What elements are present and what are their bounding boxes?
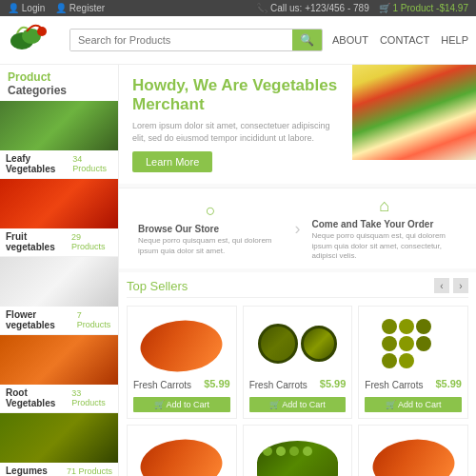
category-count: 29 Products (71, 232, 112, 251)
search-button[interactable]: 🔍 (292, 30, 322, 50)
sidebar-category-item[interactable]: Leafy Vegetables 34 Products (0, 101, 118, 179)
nav-about[interactable]: ABOUT (332, 34, 368, 46)
nav-help[interactable]: HELP (441, 34, 468, 46)
cart-summary[interactable]: 🛒 1 Product -$14.97 (379, 3, 468, 13)
section-header: Top Sellers ‹ › (127, 278, 468, 298)
svg-point-2 (37, 27, 47, 36)
top-bar: 👤 Login 👤 Register 📞 Call us: +123/456 -… (0, 0, 476, 16)
category-image (0, 257, 118, 307)
sidebar-title: Product Categories (0, 65, 118, 101)
product-price: $5.99 (204, 378, 230, 389)
search-bar: 🔍 (69, 29, 323, 51)
product-name: Fresh Carrots (133, 380, 191, 390)
main-layout: Product Categories Leafy Vegetables 34 P… (0, 65, 476, 476)
section-title: Top Sellers (127, 279, 188, 293)
category-name: Root Vegetables (6, 387, 71, 408)
product-name: Fresh Carrots (365, 380, 423, 390)
categories-list: Leafy Vegetables 34 Products Fruit veget… (0, 101, 118, 476)
feature-order-title: Come and Take Your Order (312, 219, 458, 229)
add-to-cart-button[interactable]: 🛒 Add to Cart (249, 397, 347, 412)
product-image (249, 312, 347, 374)
add-to-cart-button[interactable]: 🛒 Add to Cart (133, 397, 230, 412)
feature-browse-title: Browse Our Store (138, 224, 284, 234)
hero-text: Howdy, We Are Vegetables Merchant Lorem … (119, 65, 352, 184)
product-image (133, 312, 230, 374)
sidebar-category-item[interactable]: Fruit vegetables 29 Products (0, 179, 118, 257)
products-grid: Fresh Carrots $5.99 🛒 Add to Cart Fresh … (127, 306, 468, 476)
product-card: Fresh Carrots $5.99 🛒 Add to Cart (127, 425, 237, 476)
next-button[interactable]: › (453, 278, 468, 293)
content-area: Howdy, We Are Vegetables Merchant Lorem … (119, 65, 476, 476)
home-icon: ⌂ (312, 196, 458, 216)
features-section: ○ Browse Our Store Neque porro quisquam … (119, 188, 476, 268)
product-image (133, 431, 230, 476)
hero-image (352, 65, 476, 160)
add-to-cart-button[interactable]: 🛒 Add to Cart (365, 397, 462, 412)
hero-description: Lorem ipsum dolor sit amet, consectetuer… (132, 120, 339, 144)
product-card: Fresh Carrots $5.99 🛒 Add to Cart (358, 306, 468, 419)
category-image (0, 101, 118, 150)
section-nav: ‹ › (434, 278, 468, 293)
chevron-right-icon: › (295, 219, 301, 239)
nav-contact[interactable]: CONTACT (380, 34, 429, 46)
sidebar-category-item[interactable]: Flower vegetables 7 Products (0, 257, 118, 335)
category-name: Leafy Vegetables (6, 153, 72, 174)
category-count: 33 Products (71, 388, 112, 407)
product-card: Fresh Carrots $5.99 🛒 Add to Cart (243, 425, 353, 476)
header: 🔍 ABOUT CONTACT HELP (0, 16, 476, 65)
sidebar-category-item[interactable]: Legumes 71 Products (0, 413, 118, 476)
hero-section: Howdy, We Are Vegetables Merchant Lorem … (119, 65, 476, 184)
top-sellers-section: Top Sellers ‹ › Fresh Carrots $5.99 🛒 Ad… (119, 272, 476, 476)
category-count: 71 Products (67, 466, 112, 476)
product-card: Fresh Carrots $5.99 🛒 Add to Cart (358, 425, 468, 476)
product-name: Fresh Carrots (249, 380, 307, 390)
sidebar-category-item[interactable]: Root Vegetables 33 Products (0, 335, 118, 413)
category-image (0, 413, 118, 463)
product-image (365, 312, 462, 374)
feature-browse-desc: Neque porro quisquam est, qui dolorem ip… (138, 236, 284, 256)
category-count: 34 Products (72, 154, 112, 173)
login-link[interactable]: 👤 Login (8, 3, 45, 13)
category-count: 7 Products (77, 310, 112, 329)
product-card: Fresh Carrots $5.99 🛒 Add to Cart (127, 306, 237, 419)
search-input[interactable] (70, 30, 292, 50)
category-name: Legumes (6, 466, 48, 476)
feature-order-desc: Neque porro quisquam est, qui dolorem ip… (312, 231, 458, 261)
product-image (249, 431, 347, 476)
category-image (0, 335, 118, 385)
category-name: Fruit vegetables (6, 231, 71, 252)
hero-title: Howdy, We Are Vegetables Merchant (132, 76, 339, 114)
product-price: $5.99 (320, 378, 347, 389)
learn-more-button[interactable]: Learn More (132, 151, 212, 172)
category-image (0, 179, 118, 228)
logo (8, 22, 60, 58)
product-price: $5.99 (435, 378, 462, 389)
product-card: Fresh Carrots $5.99 🛒 Add to Cart (243, 306, 353, 419)
category-name: Flower vegetables (6, 309, 77, 330)
feature-order: ⌂ Come and Take Your Order Neque porro q… (305, 196, 466, 261)
product-image (365, 431, 462, 476)
main-nav: ABOUT CONTACT HELP (332, 34, 468, 46)
search-circle-icon: ○ (138, 201, 284, 221)
sidebar: Product Categories Leafy Vegetables 34 P… (0, 65, 119, 476)
feature-browse: ○ Browse Our Store Neque porro quisquam … (130, 201, 291, 256)
phone-number: 📞 Call us: +123/456 - 789 (256, 3, 368, 13)
register-link[interactable]: 👤 Register (55, 3, 105, 13)
prev-button[interactable]: ‹ (434, 278, 449, 293)
